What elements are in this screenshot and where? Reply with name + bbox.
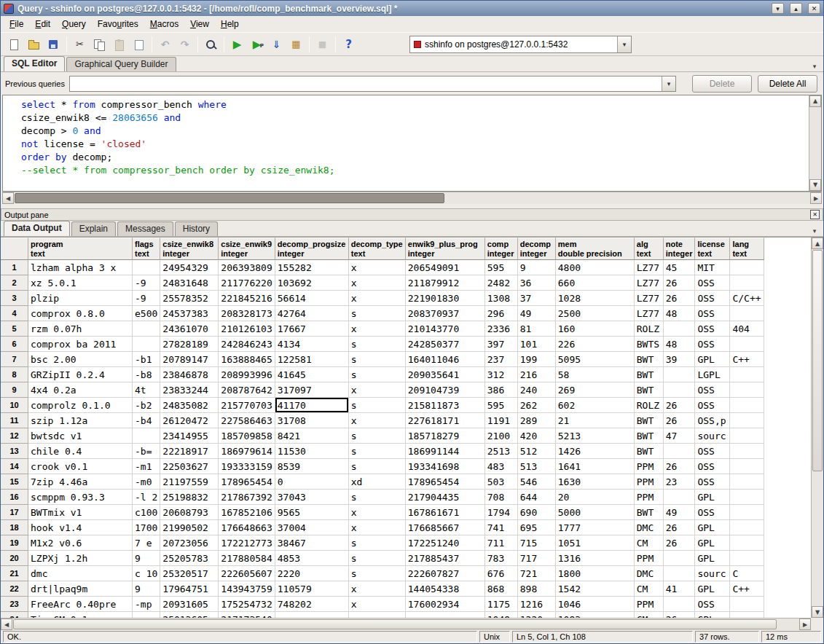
grid-cell[interactable]	[730, 612, 764, 618]
grid-cell[interactable]: GPL	[695, 612, 730, 618]
grid-cell[interactable]: 226	[556, 337, 635, 352]
scrollbar-track[interactable]	[14, 192, 810, 204]
grid-cell[interactable]: OSS	[695, 398, 730, 413]
grid-cell[interactable]: PPM	[635, 474, 664, 490]
grid-cell[interactable]: 176685667	[406, 520, 485, 535]
grid-cell[interactable]: 110579	[275, 581, 349, 597]
grid-cell[interactable]	[730, 597, 764, 612]
grid-cell[interactable]: 242850377	[406, 337, 485, 352]
grid-cell[interactable]: 25578352	[160, 291, 219, 306]
grid-cell[interactable]: 222607827	[406, 566, 485, 581]
grid-cell[interactable]: 217867392	[219, 490, 275, 505]
grid-cell[interactable]: OSS	[695, 444, 730, 459]
copy-button[interactable]	[90, 35, 109, 54]
grid-cell[interactable]: 26	[664, 612, 696, 618]
grid-cell[interactable]	[730, 490, 764, 505]
grid-cell[interactable]	[730, 275, 764, 291]
grid-cell[interactable]: 178965454	[406, 474, 485, 490]
grid-cell[interactable]: 217173540	[219, 612, 275, 618]
column-header-lang[interactable]: langtext	[730, 237, 764, 260]
grid-cell[interactable]: 23	[664, 474, 696, 490]
maximize-button[interactable]	[790, 3, 802, 14]
grid-cell[interactable]: 512	[518, 444, 556, 459]
grid-cell[interactable]: 178965454	[219, 474, 275, 490]
row-number[interactable]: 15	[1, 474, 28, 490]
sql-editor-hscrollbar[interactable]	[2, 192, 822, 204]
grid-cell[interactable]: 222605607	[219, 566, 275, 581]
grid-cell[interactable]: 227618171	[406, 413, 485, 428]
tab-data-output[interactable]: Data Output	[4, 221, 70, 236]
grid-cell[interactable]	[664, 367, 696, 382]
grid-cell[interactable]: 5000	[556, 505, 635, 520]
grid-cell[interactable]: 9	[133, 581, 160, 597]
grid-cell[interactable]: 185709858	[219, 428, 275, 444]
grid-cell[interactable]: s	[349, 535, 406, 551]
grid-cell[interactable]: 296	[485, 306, 518, 321]
grid-cell[interactable]: s	[349, 566, 406, 581]
grid-cell[interactable]: 8421	[275, 428, 349, 444]
grid-cell[interactable]: MIT	[695, 260, 730, 275]
grid-cell[interactable]: 1542	[556, 581, 635, 597]
scroll-down-button[interactable]	[812, 606, 823, 618]
grid-cell[interactable]	[406, 612, 485, 618]
grid-cell[interactable]	[730, 520, 764, 535]
row-number[interactable]: 11	[1, 413, 28, 428]
grid-cell[interactable]: -m0	[133, 474, 160, 490]
grid-cell[interactable]: -9	[133, 291, 160, 306]
grid-cell[interactable]: 5213	[556, 428, 635, 444]
grid-cell[interactable]: 58	[556, 367, 635, 382]
scroll-right-button[interactable]	[799, 619, 811, 630]
grid-cell[interactable]: 24361070	[160, 321, 219, 337]
column-header-mem[interactable]: memdouble precision	[556, 237, 635, 260]
grid-cell[interactable]: 783	[485, 551, 518, 566]
grid-cell[interactable]: 9565	[275, 505, 349, 520]
grid-cell[interactable]: s	[349, 551, 406, 566]
grid-cell[interactable]: s	[349, 428, 406, 444]
row-number[interactable]: 3	[1, 291, 28, 306]
output-pane-close-button[interactable]	[810, 210, 820, 219]
row-number[interactable]: 10	[1, 398, 28, 413]
grid-cell[interactable]: 37043	[275, 490, 349, 505]
grid-cell[interactable]: 122581	[275, 352, 349, 367]
grid-cell[interactable]	[730, 260, 764, 275]
grid-cell[interactable]: OSS	[695, 306, 730, 321]
grid-cell[interactable]: 1641	[556, 459, 635, 474]
grid-cell[interactable]: x	[349, 413, 406, 428]
column-header-license[interactable]: licensetext	[695, 237, 730, 260]
grid-cell[interactable]: e500	[133, 306, 160, 321]
grid-cell[interactable]: 17964751	[160, 581, 219, 597]
grid-cell[interactable]: PPM	[635, 490, 664, 505]
grid-cell[interactable]: 1220	[518, 612, 556, 618]
grid-cell[interactable]: PPM	[635, 551, 664, 566]
grid-cell[interactable]: GRZipII 0.2.4	[28, 367, 133, 382]
grid-cell[interactable]: 546	[518, 474, 556, 490]
grid-cell[interactable]	[133, 428, 160, 444]
grid-cell[interactable]: s	[349, 398, 406, 413]
row-number[interactable]: 18	[1, 520, 28, 535]
row-number[interactable]: 4	[1, 306, 28, 321]
grid-cell[interactable]: 23414955	[160, 428, 219, 444]
scroll-down-button[interactable]	[809, 179, 821, 191]
grid-cell[interactable]: 215770703	[219, 398, 275, 413]
titlebar[interactable]: Query - sshinfo on postgres@127.0.0.1:54…	[1, 1, 823, 16]
scrollbar-track[interactable]	[812, 249, 823, 606]
grid-cell[interactable]: 26	[664, 413, 696, 428]
grid-cell[interactable]: 48	[664, 306, 696, 321]
connection-dropdown-button[interactable]	[617, 36, 631, 52]
row-number[interactable]: 14	[1, 459, 28, 474]
grid-cell[interactable]	[730, 428, 764, 444]
grid-cell[interactable]: 26	[664, 535, 696, 551]
grid-cell[interactable]: 206549091	[406, 260, 485, 275]
row-number[interactable]: 22	[1, 581, 28, 597]
grid-cell[interactable]: OSS	[695, 505, 730, 520]
grid-cell[interactable]: LZ77	[635, 291, 664, 306]
grid-cell[interactable]: 38467	[275, 535, 349, 551]
grid-cell[interactable]: GPL	[695, 581, 730, 597]
grid-cell[interactable]: 898	[518, 581, 556, 597]
grid-cell[interactable]: 167852106	[219, 505, 275, 520]
grid-cell[interactable]	[133, 337, 160, 352]
grid-cell[interactable]: LZ77	[635, 306, 664, 321]
grid-cell[interactable]: GPL	[695, 551, 730, 566]
grid-cell[interactable]: chile 0.4	[28, 444, 133, 459]
grid-cell[interactable]: szip 1.12a	[28, 413, 133, 428]
